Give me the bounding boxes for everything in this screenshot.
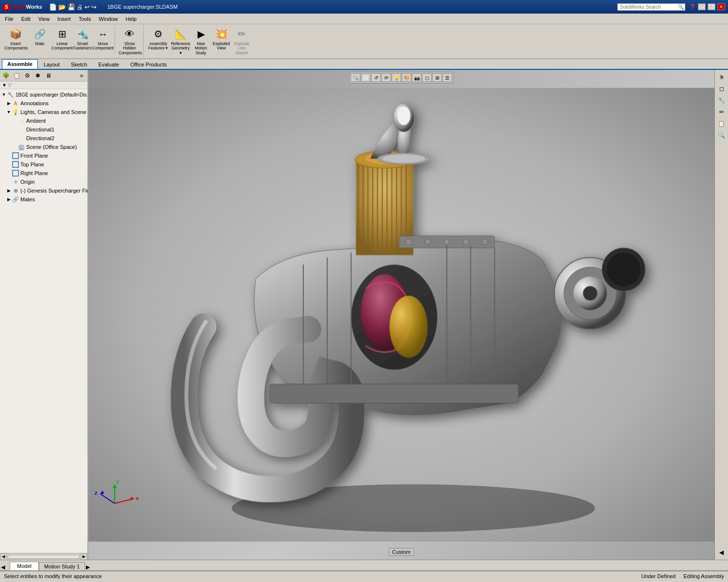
menu-insert[interactable]: Insert <box>53 14 75 24</box>
tree-root[interactable]: ▼ 🔧 1BGE supercharger (Default<Dis... <box>0 90 87 99</box>
scroll-left-tab[interactable]: ◀ <box>0 564 10 570</box>
root-expand-icon[interactable]: ▼ <box>1 92 7 97</box>
menu-help[interactable]: Help <box>122 14 141 24</box>
expand-panel-btn[interactable]: » <box>77 71 86 81</box>
assembly-features-button[interactable]: ⚙ AssemblyFeatures ▾ <box>147 25 170 53</box>
horizontal-scrollbar[interactable]: ◀ ▶ <box>0 553 87 560</box>
right-plane-expand-icon <box>6 170 12 176</box>
move-component-label: MoveComponent <box>92 42 114 51</box>
filter-label: ▽ <box>8 82 12 88</box>
linear-component-button[interactable]: ⊞ LinearComponent <box>52 25 72 53</box>
menu-view[interactable]: View <box>34 14 54 24</box>
search-input[interactable] <box>617 3 685 11</box>
vp-pan-btn[interactable]: ⟳ <box>381 73 391 82</box>
new-motion-study-button[interactable]: ▶ NewMotionStudy <box>191 25 211 57</box>
reference-geometry-icon: 📐 <box>174 27 187 41</box>
lights-expand-icon[interactable]: ▼ <box>6 109 12 115</box>
vp-appearance-btn[interactable]: 🎨 <box>402 73 412 82</box>
vp-grid-btn[interactable]: ⊞ <box>432 73 442 82</box>
vp-zoom-btn[interactable]: 🔍 <box>351 73 361 82</box>
menu-edit[interactable]: Edit <box>17 14 34 24</box>
vp-display-btn[interactable]: ◻ <box>422 73 432 82</box>
ribbon-tabs: Assemble Layout Sketch Evaluate Office P… <box>0 59 728 70</box>
tree-origin[interactable]: ✛ Origin <box>0 178 87 186</box>
redo-icon[interactable]: ↪ <box>91 3 97 11</box>
origin-expand-icon <box>6 179 12 185</box>
close-button[interactable]: ✕ <box>717 3 725 10</box>
right-collapse-icon[interactable]: ◀ <box>716 547 727 558</box>
svg-point-36 <box>425 239 430 244</box>
right-plane-label: Right Plane <box>20 170 48 176</box>
scroll-right-tab[interactable]: ▶ <box>85 564 95 570</box>
3d-viewport[interactable]: 🔍 ⬜ ↺ ⟳ 💡 🎨 📷 ◻ ⊞ ☰ <box>88 70 714 560</box>
scroll-left-btn[interactable]: ◀ <box>0 553 7 560</box>
svg-text:Z: Z <box>95 490 98 496</box>
save-icon[interactable]: 💾 <box>67 3 75 11</box>
tab-sketch[interactable]: Sketch <box>66 59 93 69</box>
genesis-expand-icon[interactable]: ▶ <box>6 188 12 194</box>
vp-rotate-btn[interactable]: ↺ <box>371 73 381 82</box>
tree-ambient[interactable]: ○ Ambient <box>0 116 87 125</box>
tree-right-plane[interactable]: Right Plane <box>0 169 87 178</box>
mates-expand-icon[interactable]: ▶ <box>6 196 12 202</box>
right-btn-tools[interactable]: 🔧 <box>716 95 727 106</box>
vp-light-btn[interactable]: 💡 <box>392 73 401 82</box>
menu-file[interactable]: File <box>1 14 17 24</box>
vp-fit-btn[interactable]: ⬜ <box>361 73 371 82</box>
scene-label: Scene (Office Space) <box>26 144 77 150</box>
mate-button[interactable]: 🔗 Mate <box>28 25 51 50</box>
vp-options-btn[interactable]: ☰ <box>443 73 452 82</box>
tab-layout[interactable]: Layout <box>38 59 65 69</box>
undo-icon[interactable]: ↩ <box>84 3 90 11</box>
tree-directional1[interactable]: → Directional1 <box>0 125 87 134</box>
tree-scene[interactable]: 🏢 Scene (Office Space) <box>0 143 87 151</box>
right-btn-sketch[interactable]: ✏ <box>716 107 727 117</box>
tree-front-plane[interactable]: Front Plane <box>0 151 87 160</box>
mate-label: Mate <box>35 42 45 46</box>
help-icon[interactable]: ❓ <box>689 4 696 10</box>
collapse-right-btn[interactable]: ◀ <box>716 547 727 558</box>
scroll-track[interactable] <box>8 555 80 559</box>
minimize-button[interactable]: — <box>698 3 706 10</box>
tree-lights[interactable]: ▼ 💡 Lights, Cameras and Scene <box>0 108 87 116</box>
scroll-right-btn[interactable]: ▶ <box>81 553 87 560</box>
open-icon[interactable]: 📂 <box>58 3 66 11</box>
config-manager-btn[interactable]: ⚙ <box>22 71 32 81</box>
tree-annotations[interactable]: ▶ A Annotations <box>0 99 87 108</box>
tree-mates[interactable]: ▶ 🔗 Mates <box>0 195 87 204</box>
move-component-button[interactable]: ↔ MoveComponent <box>93 25 113 53</box>
tab-model[interactable]: Model <box>10 562 39 570</box>
insert-components-button[interactable]: 📦 InsertComponents <box>4 25 27 53</box>
reference-geometry-button[interactable]: 📐 ReferenceGeometry ▾ <box>171 25 190 57</box>
search-icon: 🔍 <box>678 4 684 10</box>
tab-office-products[interactable]: Office Products <box>125 59 172 69</box>
right-btn-properties[interactable]: 📋 <box>716 118 727 129</box>
genesis-icon: ⊕ <box>12 187 19 194</box>
panel-toolbar: 🌳 📋 ⚙ ✱ 🖥 » <box>0 70 87 81</box>
new-icon[interactable]: 📄 <box>49 3 57 11</box>
right-btn-view[interactable]: 🖱 <box>716 72 727 82</box>
annotations-expand-icon[interactable]: ▶ <box>6 100 12 106</box>
property-manager-btn[interactable]: 📋 <box>12 71 21 81</box>
top-plane-label: Top Plane <box>20 162 44 167</box>
show-hidden-button[interactable]: 👁 ShowHiddenComponents <box>118 25 141 57</box>
right-btn-search[interactable]: 🔍 <box>716 130 727 141</box>
tab-motion-study-1[interactable]: Motion Study 1 <box>39 562 85 570</box>
tab-assemble[interactable]: Assemble <box>2 59 38 69</box>
tree-directional2[interactable]: → Directional2 <box>0 134 87 143</box>
feature-manager-btn[interactable]: 🌳 <box>1 71 11 81</box>
print-icon[interactable]: 🖨 <box>77 3 83 11</box>
restore-button[interactable]: ❐ <box>708 3 715 10</box>
tree-top-plane[interactable]: Top Plane <box>0 160 87 169</box>
dim-expert-btn[interactable]: ✱ <box>33 71 43 81</box>
menu-window[interactable]: Window <box>95 14 122 24</box>
tree-genesis[interactable]: ▶ ⊕ (-) Genesis Supercharger Final <box>0 186 87 195</box>
menu-tools[interactable]: Tools <box>75 14 95 24</box>
assembly-features-icon: ⚙ <box>151 27 165 41</box>
display-manager-btn[interactable]: 🖥 <box>44 71 53 81</box>
vp-camera-btn[interactable]: 📷 <box>412 73 422 82</box>
right-btn-display[interactable]: ◻ <box>716 83 727 94</box>
tab-evaluate[interactable]: Evaluate <box>93 59 125 69</box>
smart-fasteners-button[interactable]: 🔩 SmartFasteners <box>73 25 92 53</box>
exploded-view-button[interactable]: 💥 ExplodedView <box>212 25 231 53</box>
